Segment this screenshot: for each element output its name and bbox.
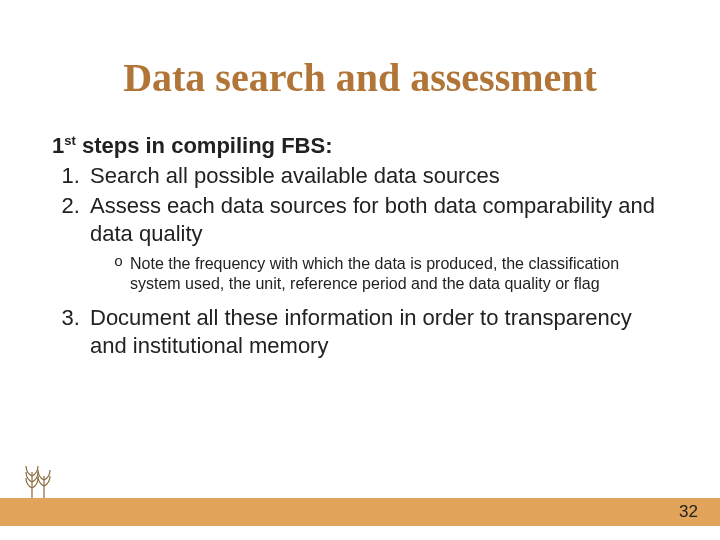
sub-list-item-text: Note the frequency with which the data i… bbox=[130, 255, 619, 292]
page-number: 32 bbox=[679, 502, 698, 522]
list-item-text: Search all possible available data sourc… bbox=[90, 163, 500, 188]
list-item: Document all these information in order … bbox=[86, 304, 662, 360]
sub-list: Note the frequency with which the data i… bbox=[90, 254, 662, 294]
footer-bar: 32 bbox=[0, 498, 720, 526]
intro-superscript: st bbox=[64, 133, 76, 148]
intro-prefix: 1 bbox=[52, 133, 64, 158]
list-item-text: Assess each data sources for both data c… bbox=[90, 193, 655, 246]
intro-rest: steps in compiling FBS: bbox=[76, 133, 333, 158]
main-list: Search all possible available data sourc… bbox=[52, 162, 662, 361]
list-item: Assess each data sources for both data c… bbox=[86, 192, 662, 294]
intro-line: 1st steps in compiling FBS: bbox=[52, 132, 662, 160]
slide-body: 1st steps in compiling FBS: Search all p… bbox=[52, 132, 662, 362]
slide: Data search and assessment 1st steps in … bbox=[0, 0, 720, 540]
slide-title: Data search and assessment bbox=[0, 0, 720, 101]
list-item: Search all possible available data sourc… bbox=[86, 162, 662, 190]
list-item-text: Document all these information in order … bbox=[90, 305, 632, 358]
sub-list-item: Note the frequency with which the data i… bbox=[114, 254, 662, 294]
